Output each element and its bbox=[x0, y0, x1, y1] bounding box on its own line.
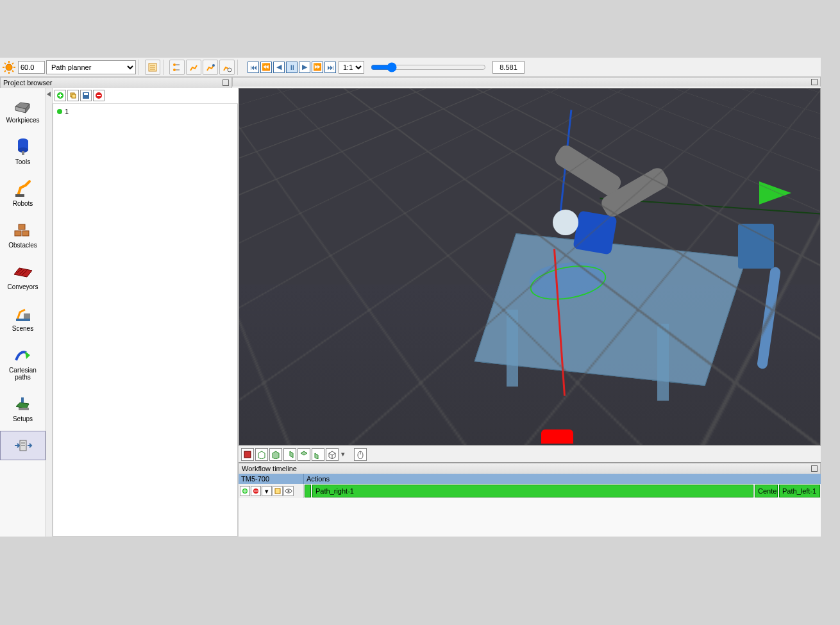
workflow-header-row: TM5-700 Actions bbox=[239, 474, 821, 484]
mouse-nav-icon[interactable] bbox=[354, 448, 367, 461]
wf-remove-icon[interactable] bbox=[251, 486, 261, 496]
save-icon[interactable] bbox=[80, 90, 92, 101]
y-axis-cone-icon bbox=[759, 181, 791, 204]
workflow-segment-start[interactable] bbox=[305, 485, 311, 497]
workflow-robot-header: TM5-700 bbox=[239, 474, 304, 484]
control-pedestal bbox=[738, 224, 774, 269]
playback-slider[interactable] bbox=[371, 62, 486, 72]
status-dot-icon bbox=[57, 109, 62, 114]
list-icon[interactable] bbox=[145, 60, 160, 75]
sidebar-item-cartesian-paths[interactable]: Cartesian paths bbox=[0, 340, 46, 385]
tool-icon bbox=[13, 137, 33, 157]
sidebar-item-export[interactable] bbox=[0, 431, 46, 460]
sidebar-item-robots[interactable]: Robots bbox=[0, 174, 46, 212]
sidebar-item-tools[interactable]: Tools bbox=[0, 132, 46, 170]
browser-toolbar bbox=[53, 88, 238, 104]
svg-point-18 bbox=[228, 68, 231, 72]
step-back-icon[interactable]: ◀ bbox=[273, 62, 285, 73]
workflow-row: ▾ Path_right-1 Cente Path_left-1 bbox=[239, 484, 821, 498]
view-left-icon[interactable] bbox=[269, 448, 282, 461]
sidebar-item-workpieces[interactable]: Workpieces bbox=[0, 90, 46, 128]
sidebar-label: Setups bbox=[13, 415, 33, 422]
pause-icon[interactable]: ⏸ bbox=[286, 62, 298, 73]
svg-point-17 bbox=[212, 64, 215, 67]
mode-dropdown[interactable]: Path planner bbox=[46, 60, 136, 74]
view-bottom-icon[interactable] bbox=[312, 448, 324, 461]
main-toolbar: Path planner ⏮ ⏪ ◀ ⏸ ▶ ⏩ ⏭ 1:1 bbox=[0, 58, 821, 77]
svg-point-52 bbox=[288, 490, 290, 492]
segment-label: Path_left-1 bbox=[782, 487, 816, 495]
step-forward-icon[interactable]: ▶ bbox=[299, 62, 310, 73]
sidebar-item-setups[interactable]: Setups bbox=[0, 389, 46, 427]
wf-edit-icon[interactable] bbox=[273, 486, 283, 496]
workflow-titlebar: Workflow timeline bbox=[239, 463, 821, 474]
sidebar-item-scenes[interactable]: Scenes bbox=[0, 299, 46, 337]
setup-icon bbox=[13, 394, 33, 414]
browser-collapse-strip[interactable] bbox=[46, 88, 53, 537]
cartesian-icon bbox=[13, 345, 33, 365]
tree-icon[interactable] bbox=[169, 60, 185, 75]
workflow-segment[interactable]: Path_left-1 bbox=[779, 485, 820, 497]
workflow-segment[interactable]: Path_right-1 bbox=[312, 485, 753, 497]
svg-rect-22 bbox=[22, 151, 24, 155]
copy-icon[interactable] bbox=[67, 90, 79, 101]
robot-path-icon[interactable] bbox=[203, 60, 218, 75]
delete-icon[interactable] bbox=[93, 90, 105, 101]
add-icon[interactable] bbox=[55, 90, 66, 101]
segment-label: Path_right-1 bbox=[315, 487, 354, 495]
robot-base bbox=[573, 210, 618, 255]
svg-rect-32 bbox=[21, 397, 24, 403]
sun-icon[interactable] bbox=[1, 60, 17, 75]
svg-rect-44 bbox=[244, 451, 251, 458]
viewport-collapse-icon[interactable] bbox=[811, 79, 818, 85]
svg-point-13 bbox=[173, 63, 176, 66]
rewind-icon[interactable]: ⏪ bbox=[260, 62, 272, 73]
svg-rect-50 bbox=[275, 488, 280, 494]
wf-dropdown-icon[interactable]: ▾ bbox=[262, 486, 272, 496]
sidebar-label: Cartesian paths bbox=[2, 367, 44, 381]
wf-add-icon[interactable] bbox=[240, 486, 250, 496]
workflow-actions-track[interactable]: Path_right-1 Cente Path_left-1 bbox=[304, 484, 821, 498]
x-axis-cone-icon bbox=[541, 429, 573, 444]
svg-rect-23 bbox=[15, 194, 24, 197]
panel-collapse-icon[interactable] bbox=[223, 79, 229, 86]
export-icon bbox=[13, 435, 33, 456]
view-back-icon[interactable] bbox=[255, 448, 268, 461]
sidebar-label: Robots bbox=[13, 200, 33, 207]
svg-rect-41 bbox=[84, 93, 88, 95]
workflow-collapse-icon[interactable] bbox=[811, 465, 818, 472]
playback-ratio-dropdown[interactable]: 1:1 bbox=[339, 61, 364, 74]
robot-settings-icon[interactable] bbox=[219, 60, 235, 75]
svg-rect-39 bbox=[72, 94, 76, 98]
view-right-icon[interactable] bbox=[283, 448, 296, 461]
wf-visibility-icon[interactable] bbox=[283, 486, 294, 496]
sidebar-item-conveyors[interactable]: Conveyors bbox=[0, 257, 46, 295]
svg-line-7 bbox=[4, 71, 6, 72]
svg-rect-26 bbox=[19, 224, 25, 229]
project-browser-titlebar: Project browser bbox=[0, 77, 232, 88]
view-iso-icon[interactable] bbox=[326, 448, 339, 461]
segment-label: Cente bbox=[758, 487, 777, 495]
view-front-icon[interactable] bbox=[241, 448, 254, 461]
browser-tree[interactable]: 1 bbox=[53, 104, 238, 537]
conveyor-icon bbox=[13, 262, 33, 282]
view-top-icon[interactable] bbox=[298, 448, 310, 461]
view-orientation-toolbar: ▾ bbox=[239, 446, 821, 462]
speed-input[interactable] bbox=[18, 61, 45, 74]
sidebar-label: Workpieces bbox=[6, 117, 39, 124]
skip-end-icon[interactable]: ⏭ bbox=[324, 62, 336, 73]
playback-time-input[interactable] bbox=[492, 61, 525, 74]
tree-item[interactable]: 1 bbox=[56, 106, 235, 117]
svg-point-14 bbox=[173, 69, 176, 71]
sidebar-label: Obstacles bbox=[8, 242, 37, 249]
workflow-segment[interactable]: Cente bbox=[755, 485, 778, 497]
svg-line-6 bbox=[12, 71, 13, 72]
3d-viewport[interactable] bbox=[239, 88, 821, 446]
sidebar-item-obstacles[interactable]: Obstacles bbox=[0, 215, 46, 253]
robot-config-icon[interactable] bbox=[186, 60, 201, 75]
skip-start-icon[interactable]: ⏮ bbox=[248, 62, 259, 73]
fast-forward-icon[interactable]: ⏩ bbox=[312, 62, 323, 73]
chevron-down-icon[interactable]: ▾ bbox=[340, 450, 346, 458]
playback-controls: ⏮ ⏪ ◀ ⏸ ▶ ⏩ ⏭ 1:1 bbox=[248, 61, 525, 74]
svg-rect-33 bbox=[19, 408, 29, 410]
